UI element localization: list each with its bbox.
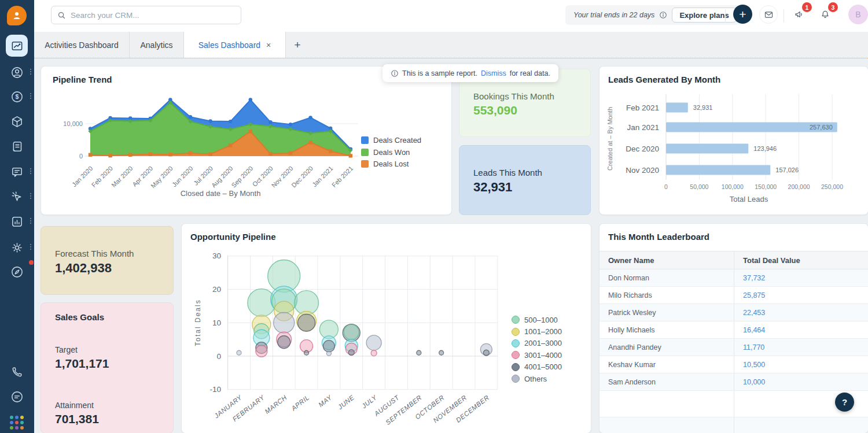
tab-sales-dashboard[interactable]: Sales Dashboard× (184, 32, 286, 58)
sidebar-item-discover[interactable] (6, 261, 28, 283)
table-row[interactable]: Milo Richards25,875 (599, 287, 868, 304)
deal-value-link[interactable]: 37,732 (734, 269, 868, 286)
leaderboard-header: Owner Name Total Deal Value (599, 251, 868, 269)
column-header-owner[interactable]: Owner Name (599, 251, 734, 269)
svg-text:Mar 2020: Mar 2020 (110, 165, 134, 188)
legend-item: Deals Won (361, 146, 421, 158)
legend-item: Deals Lost (361, 158, 421, 170)
svg-text:0: 0 (664, 183, 668, 190)
owner-name-cell: Sam Anderson (599, 373, 734, 390)
svg-text:32,931: 32,931 (693, 104, 713, 111)
contacts-kebab-icon[interactable] (30, 69, 32, 75)
contacts-icon (10, 66, 24, 79)
table-row[interactable]: Keshav Kumar10,500 (599, 356, 868, 373)
sidebar-item-chat[interactable] (6, 386, 28, 408)
analytics-kebab-icon[interactable] (30, 218, 32, 224)
table-row[interactable]: Sam Anderson10,000 (599, 373, 868, 391)
tab-activities-dashboard[interactable]: Activities Dashboard (34, 32, 130, 58)
svg-text:150,000: 150,000 (755, 183, 777, 190)
table-row[interactable]: Don Norman37,732 (599, 269, 868, 287)
settings-kebab-icon[interactable] (30, 244, 32, 250)
topbar: Your trial ends in 22 days Explore plans… (34, 0, 868, 32)
deal-value-link[interactable]: 16,464 (734, 321, 868, 338)
search-box[interactable] (51, 6, 241, 24)
automation-kebab-icon[interactable] (30, 193, 32, 199)
legend-label: Others (524, 375, 547, 383)
bookings-value: 553,090 (473, 103, 576, 117)
sidebar-item-deals[interactable]: $ (6, 86, 28, 108)
explore-plans-button[interactable]: Explore plans (672, 8, 736, 23)
sidebar-item-settings[interactable] (6, 236, 28, 258)
settings-icon (10, 241, 24, 254)
sidebar-item-apps-switcher[interactable] (6, 412, 28, 433)
svg-text:Dec 2020: Dec 2020 (290, 165, 314, 189)
forecast-card: Forecast This Month 1,402,938 (41, 226, 174, 295)
svg-text:257,630: 257,630 (810, 124, 833, 131)
table-row[interactable]: Patrick Wesley22,453 (599, 304, 868, 321)
quick-add-button[interactable]: + (733, 5, 752, 24)
legend-item: 4001–5000 (512, 361, 562, 373)
table-row-empty (599, 417, 868, 433)
sidebar-item-products[interactable] (6, 110, 28, 132)
tab-close-icon[interactable]: × (266, 40, 271, 50)
owner-name-cell: Patrick Wesley (599, 304, 734, 321)
sidebar-item-documents[interactable] (6, 135, 28, 157)
apps-grid-icon (10, 416, 24, 430)
notifications-button[interactable]: 3 (816, 5, 834, 24)
svg-text:30: 30 (212, 251, 221, 260)
attainment-value: 701,381 (55, 412, 159, 426)
deal-value-link[interactable]: 25,875 (734, 287, 868, 304)
legend-label: Deals Lost (373, 160, 409, 168)
announcements-button[interactable]: 1 (790, 5, 808, 24)
user-avatar[interactable]: B (848, 5, 868, 24)
analytics-icon (10, 215, 24, 228)
legend-item: 500–1000 (512, 314, 562, 325)
legend-item: 2001–3000 (512, 338, 562, 349)
deals-icon: $ (10, 90, 24, 103)
sidebar-item-dashboards[interactable] (6, 35, 28, 57)
conversations-kebab-icon[interactable] (30, 168, 32, 174)
dashboard-icon (10, 39, 24, 53)
new-tab-button[interactable]: + (286, 32, 309, 58)
column-header-value[interactable]: Total Deal Value (734, 251, 868, 269)
svg-text:200,000: 200,000 (788, 183, 810, 190)
svg-text:Total Leads: Total Leads (730, 195, 768, 203)
owner-name-cell: Holly Michaels (599, 321, 734, 338)
owner-name-cell: Keshav Kumar (599, 356, 734, 373)
sidebar-item-phone[interactable] (6, 361, 28, 383)
topbar-divider (725, 9, 726, 23)
tab-analytics[interactable]: Analytics (130, 32, 184, 58)
legend-item: Deals Created (361, 134, 421, 146)
search-input[interactable] (71, 11, 235, 20)
table-row-empty (599, 391, 868, 417)
svg-text:Jun 2020: Jun 2020 (171, 165, 194, 188)
trial-info-icon[interactable] (659, 11, 667, 19)
deal-value-link[interactable]: 11,770 (734, 339, 868, 356)
svg-text:0: 0 (79, 153, 83, 160)
sidebar-item-automation[interactable] (6, 186, 28, 208)
tab-label: Sales Dashboard (198, 40, 260, 50)
table-row[interactable]: Anandhi Pandey11,770 (599, 339, 868, 356)
sidebar-item-analytics[interactable] (6, 210, 28, 232)
leaderboard-title: This Month Leaderboard (608, 232, 709, 242)
legend-swatch (361, 149, 369, 156)
freshworks-logo[interactable] (7, 6, 27, 25)
email-button[interactable] (759, 5, 778, 24)
help-button[interactable]: ? (835, 393, 854, 412)
deals-kebab-icon[interactable] (30, 93, 32, 99)
owner-name-cell: Don Norman (599, 269, 734, 286)
forecast-title: Forecast This Month (55, 249, 159, 258)
sidebar-item-conversations[interactable] (6, 161, 28, 183)
sales-goals-title: Sales Goals (55, 312, 159, 322)
deal-value-link[interactable]: 22,453 (734, 304, 868, 321)
sidebar-item-contacts[interactable] (6, 61, 28, 83)
documents-icon (10, 140, 24, 153)
deal-value-link[interactable]: 10,000 (734, 373, 868, 390)
leads-this-month-card: Leads This Month 32,931 (459, 145, 591, 215)
tab-label: Analytics (140, 40, 172, 50)
opportunity-pipeline-card: Opportunity Pipeline 3020100-10JANUARYFE… (181, 223, 591, 433)
table-row[interactable]: Holly Michaels16,464 (599, 321, 868, 339)
dismiss-link[interactable]: Dismiss (481, 69, 506, 77)
leads-by-month-card: Leads Generated By Month 050,000100,0001… (599, 66, 868, 215)
deal-value-link[interactable]: 10,500 (734, 356, 868, 373)
